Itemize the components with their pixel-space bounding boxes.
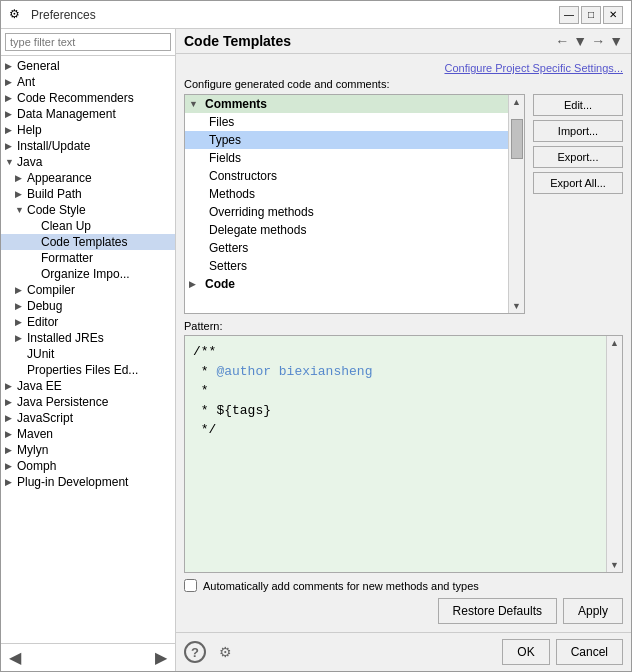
template-item-fields[interactable]: Fields [185, 149, 508, 167]
pattern-scroll-down[interactable]: ▼ [607, 558, 622, 572]
sidebar-label-compiler: Compiler [27, 283, 75, 297]
cancel-button[interactable]: Cancel [556, 639, 623, 665]
sidebar-item-maven[interactable]: ▶Maven [1, 426, 175, 442]
edit-button[interactable]: Edit... [533, 94, 623, 116]
scroll-thumb[interactable] [511, 119, 523, 159]
export-all-button[interactable]: Export All... [533, 172, 623, 194]
export-button[interactable]: Export... [533, 146, 623, 168]
auto-add-comments-label[interactable]: Automatically add comments for new metho… [203, 580, 479, 592]
sidebar-item-javascript[interactable]: ▶JavaScript [1, 410, 175, 426]
title-bar: ⚙ Preferences — □ ✕ [1, 1, 631, 29]
pattern-scroll-track [607, 350, 622, 558]
main-body: Configure Project Specific Settings... C… [176, 54, 631, 632]
menu-icon[interactable]: ▼ [573, 33, 587, 49]
maximize-button[interactable]: □ [581, 6, 601, 24]
template-label-setters: Setters [209, 259, 247, 273]
sidebar-item-java[interactable]: ▼Java [1, 154, 175, 170]
tree-arrow-compiler: ▶ [15, 285, 27, 295]
settings-icon[interactable]: ⚙ [214, 641, 236, 663]
template-item-files[interactable]: Files [185, 113, 508, 131]
help-icon[interactable]: ? [184, 641, 206, 663]
template-item-getters[interactable]: Getters [185, 239, 508, 257]
sidebar-item-debug[interactable]: ▶Debug [1, 298, 175, 314]
pattern-scroll-up[interactable]: ▲ [607, 336, 622, 350]
window-icon: ⚙ [9, 7, 25, 23]
sidebar-forward-button[interactable]: ▶ [151, 648, 171, 667]
apply-button[interactable]: Apply [563, 598, 623, 624]
template-label-methods: Methods [209, 187, 255, 201]
template-group-code[interactable]: ▶Code [185, 275, 508, 293]
tree-arrow-oomph: ▶ [5, 461, 17, 471]
template-item-methods[interactable]: Methods [185, 185, 508, 203]
import-button[interactable]: Import... [533, 120, 623, 142]
sidebar-item-code-style[interactable]: ▼Code Style [1, 202, 175, 218]
close-button[interactable]: ✕ [603, 6, 623, 24]
sidebar-item-code-recommenders[interactable]: ▶Code Recommenders [1, 90, 175, 106]
sidebar-tree: ▶General▶Ant▶Code Recommenders▶Data Mana… [1, 56, 175, 643]
template-label-fields: Fields [209, 151, 241, 165]
template-item-types[interactable]: Types [185, 131, 508, 149]
sidebar-label-plug-in-development: Plug-in Development [17, 475, 128, 489]
sidebar-item-installed-jres[interactable]: ▶Installed JREs [1, 330, 175, 346]
tree-arrow-java: ▼ [5, 157, 17, 167]
pattern-inner: /** * @author biexiansheng * * ${tags} *… [185, 336, 606, 572]
tree-arrow-appearance: ▶ [15, 173, 27, 183]
sidebar-item-java-ee[interactable]: ▶Java EE [1, 378, 175, 394]
sidebar-item-formatter[interactable]: Formatter [1, 250, 175, 266]
filter-input[interactable] [5, 33, 171, 51]
pattern-label: Pattern: [184, 320, 623, 332]
back-icon[interactable]: ← [555, 33, 569, 49]
template-group-comments[interactable]: ▼Comments [185, 95, 508, 113]
template-label-constructors: Constructors [209, 169, 277, 183]
window-controls: — □ ✕ [559, 6, 623, 24]
restore-defaults-button[interactable]: Restore Defaults [438, 598, 557, 624]
sidebar-item-code-templates[interactable]: Code Templates [1, 234, 175, 250]
sidebar-item-junit[interactable]: JUnit [1, 346, 175, 362]
pattern-horizontal-scrollbar[interactable]: ◀ ▶ [185, 572, 622, 573]
ok-button[interactable]: OK [502, 639, 549, 665]
window-title: Preferences [31, 8, 559, 22]
tree-arrow-plug-in-development: ▶ [5, 477, 17, 487]
configure-project-link[interactable]: Configure Project Specific Settings... [184, 62, 623, 74]
scroll-down-arrow[interactable]: ▼ [509, 299, 524, 313]
vertical-scrollbar[interactable]: ▲ ▼ [508, 95, 524, 313]
sidebar-item-ant[interactable]: ▶Ant [1, 74, 175, 90]
sidebar-item-organize-imports[interactable]: Organize Impo... [1, 266, 175, 282]
auto-add-comments-checkbox[interactable] [184, 579, 197, 592]
sidebar-item-editor[interactable]: ▶Editor [1, 314, 175, 330]
sidebar-item-data-management[interactable]: ▶Data Management [1, 106, 175, 122]
templates-list: ▼CommentsFilesTypesFieldsConstructorsMet… [184, 94, 525, 314]
sidebar-item-oomph[interactable]: ▶Oomph [1, 458, 175, 474]
pattern-vertical-scrollbar[interactable]: ▲ ▼ [606, 336, 622, 572]
sidebar-label-data-management: Data Management [17, 107, 116, 121]
dropdown-icon[interactable]: ▼ [609, 33, 623, 49]
template-item-constructors[interactable]: Constructors [185, 167, 508, 185]
configure-label: Configure generated code and comments: [184, 78, 623, 90]
sidebar-label-code-recommenders: Code Recommenders [17, 91, 134, 105]
sidebar-item-compiler[interactable]: ▶Compiler [1, 282, 175, 298]
minimize-button[interactable]: — [559, 6, 579, 24]
template-label-delegate-methods: Delegate methods [209, 223, 306, 237]
sidebar-item-properties-files[interactable]: Properties Files Ed... [1, 362, 175, 378]
tree-arrow-ant: ▶ [5, 77, 17, 87]
template-item-setters[interactable]: Setters [185, 257, 508, 275]
sidebar-item-help[interactable]: ▶Help [1, 122, 175, 138]
template-item-delegate-methods[interactable]: Delegate methods [185, 221, 508, 239]
sidebar-item-install-update[interactable]: ▶Install/Update [1, 138, 175, 154]
sidebar-item-build-path[interactable]: ▶Build Path [1, 186, 175, 202]
sidebar-item-general[interactable]: ▶General [1, 58, 175, 74]
sidebar-item-plug-in-development[interactable]: ▶Plug-in Development [1, 474, 175, 490]
sidebar-item-java-persistence[interactable]: ▶Java Persistence [1, 394, 175, 410]
nav-icons: ← ▼ → ▼ [555, 33, 623, 49]
sidebar-label-properties-files: Properties Files Ed... [27, 363, 138, 377]
forward-icon[interactable]: → [591, 33, 605, 49]
sidebar-item-clean-up[interactable]: Clean Up [1, 218, 175, 234]
scroll-up-arrow[interactable]: ▲ [509, 95, 524, 109]
tree-arrow-general: ▶ [5, 61, 17, 71]
sidebar-item-mylyn[interactable]: ▶Mylyn [1, 442, 175, 458]
sidebar-label-code-style: Code Style [27, 203, 86, 217]
sidebar-item-appearance[interactable]: ▶Appearance [1, 170, 175, 186]
sidebar-back-button[interactable]: ◀ [5, 648, 25, 667]
bottom-right-buttons: OK Cancel [502, 639, 623, 665]
template-item-overriding-methods[interactable]: Overriding methods [185, 203, 508, 221]
